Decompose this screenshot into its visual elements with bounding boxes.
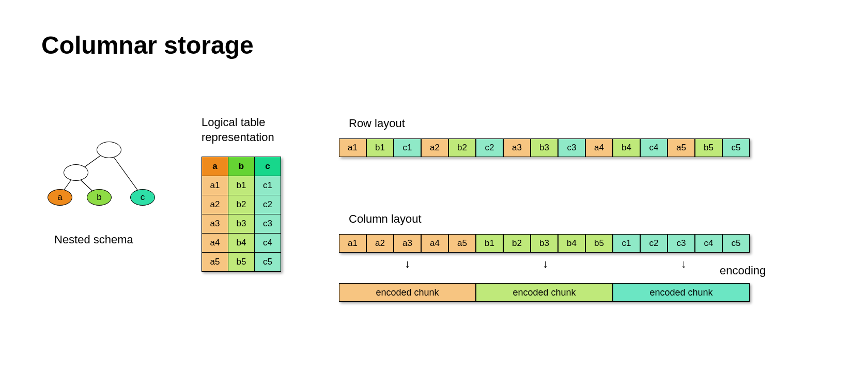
down-arrow-icon: ↓ (405, 257, 410, 271)
encoded-chunk: encoded chunk (476, 283, 613, 302)
col-cell: a2 (366, 234, 394, 253)
table-row: a3 b3 c3 (202, 214, 281, 234)
col-cell: b3 (531, 234, 558, 253)
row-layout-strip: a1b1c1a2b2c2a3b3c3a4b4c4a5b5c5 (339, 138, 750, 157)
cell: b1 (228, 176, 255, 195)
col-header-c: c (255, 157, 281, 176)
tree-leaf-c: c (130, 189, 155, 206)
col-cell: a5 (448, 234, 476, 253)
cell: a3 (202, 214, 228, 234)
tree-inner-node (64, 164, 88, 181)
col-cell: b5 (585, 234, 613, 253)
cell: c5 (255, 253, 281, 272)
cell: b3 (228, 214, 255, 234)
col-cell: c3 (668, 234, 695, 253)
row-cell: c1 (394, 138, 421, 157)
col-header-a: a (202, 157, 228, 176)
col-cell: a4 (421, 234, 448, 253)
down-arrow-icon: ↓ (681, 257, 687, 271)
cell: b4 (228, 234, 255, 253)
logical-caption-l2: representation (202, 131, 274, 144)
tree-root-node (97, 142, 121, 158)
col-cell: b1 (476, 234, 503, 253)
row-cell: c2 (476, 138, 503, 157)
table-row: a2 b2 c2 (202, 195, 281, 214)
table-row: a5 b5 c5 (202, 253, 281, 272)
row-cell: a4 (585, 138, 613, 157)
nested-schema-tree: a b c (47, 138, 168, 221)
table-row: a1 b1 c1 (202, 176, 281, 195)
row-cell: c5 (722, 138, 750, 157)
cell: c3 (255, 214, 281, 234)
row-cell: c4 (640, 138, 668, 157)
table-row: a4 b4 c4 (202, 234, 281, 253)
row-cell: a1 (339, 138, 366, 157)
cell: a4 (202, 234, 228, 253)
cell: c1 (255, 176, 281, 195)
row-cell: b4 (613, 138, 640, 157)
nested-schema-caption: Nested schema (54, 233, 133, 247)
encoding-label: encoding (720, 264, 766, 278)
encoded-chunk: encoded chunk (613, 283, 750, 302)
down-arrow-icon: ↓ (542, 257, 548, 271)
logical-caption-l1: Logical table (202, 116, 266, 129)
row-cell: a3 (503, 138, 531, 157)
row-cell: b5 (695, 138, 722, 157)
row-cell: b3 (531, 138, 558, 157)
col-cell: c2 (640, 234, 668, 253)
cell: a2 (202, 195, 228, 214)
column-layout-label: Column layout (349, 212, 422, 227)
encoded-chunk: encoded chunk (339, 283, 476, 302)
row-cell: a2 (421, 138, 448, 157)
col-cell: c1 (613, 234, 640, 253)
row-layout-label: Row layout (349, 116, 405, 131)
tree-leaf-b: b (87, 189, 112, 206)
col-cell: a3 (394, 234, 421, 253)
cell: b5 (228, 253, 255, 272)
col-cell: c4 (695, 234, 722, 253)
slide-title: Columnar storage (41, 31, 254, 59)
cell: c4 (255, 234, 281, 253)
col-cell: c5 (722, 234, 750, 253)
row-cell: a5 (668, 138, 695, 157)
col-cell: b4 (558, 234, 585, 253)
col-cell: a1 (339, 234, 366, 253)
tree-leaf-a: a (48, 189, 72, 206)
table-header-row: a b c (202, 157, 281, 176)
cell: a5 (202, 253, 228, 272)
col-cell: b2 (503, 234, 531, 253)
encoded-chunks-strip: encoded chunkencoded chunkencoded chunk (339, 283, 750, 302)
logical-table: a b c a1 b1 c1 a2 b2 c2 a3 b3 c3 a4 b4 c… (202, 157, 281, 272)
col-header-b: b (228, 157, 255, 176)
cell: a1 (202, 176, 228, 195)
cell: b2 (228, 195, 255, 214)
cell: c2 (255, 195, 281, 214)
column-layout-strip: a1a2a3a4a5b1b2b3b4b5c1c2c3c4c5 (339, 234, 750, 253)
logical-table-caption: Logical table representation (202, 115, 274, 145)
row-cell: b2 (448, 138, 476, 157)
row-cell: c3 (558, 138, 585, 157)
row-cell: b1 (366, 138, 394, 157)
